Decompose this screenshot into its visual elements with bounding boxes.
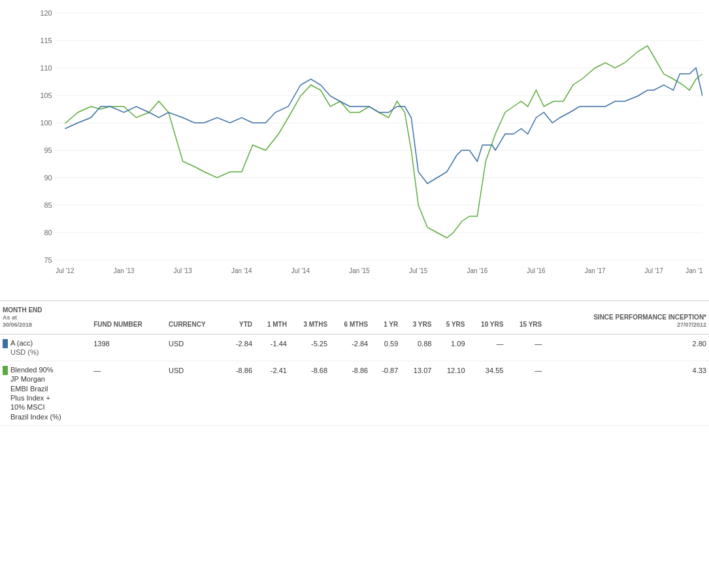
five-yrs-cell: 12.10	[434, 361, 467, 426]
svg-text:95: 95	[44, 146, 52, 154]
col-month-end: MONTH END As at 30/06/2018	[0, 301, 91, 334]
fund-number-cell: —	[91, 361, 166, 426]
svg-text:100: 100	[41, 119, 52, 127]
fifteen-yrs-cell: —	[506, 334, 544, 361]
svg-text:120: 120	[41, 9, 52, 17]
table-row: A (acc)USD (%)1398USD-2.84-1.44-5.25-2.8…	[0, 334, 709, 361]
svg-text:80: 80	[44, 229, 52, 237]
col-1mth: 1 MTH	[255, 301, 289, 334]
ten-yrs-cell: 34.55	[468, 361, 506, 426]
three-mths-cell: -5.25	[289, 334, 330, 361]
fund-name: Blended 90% JP Morgan EMBI Brazil Plus I…	[10, 365, 63, 421]
fund-name-cell: Blended 90% JP Morgan EMBI Brazil Plus I…	[0, 361, 65, 425]
col-currency: CURRENCY	[166, 301, 225, 334]
since-cell: 4.33	[544, 361, 709, 426]
three-mths-cell: -8.68	[289, 361, 330, 426]
fund-name: A (acc)USD (%)	[10, 338, 39, 357]
series-color-indicator	[3, 366, 8, 375]
performance-chart: 120 115 110 105 100 95 90 85 80 75 Jul '…	[29, 7, 702, 274]
six-mths-cell: -8.86	[330, 361, 371, 426]
col-since: SINCE PERFORMANCE INCEPTION* 27/07/2012	[544, 301, 709, 334]
chart-container: 120 115 110 105 100 95 90 85 80 75 Jul '…	[0, 0, 709, 301]
col-3mths: 3 MTHS	[289, 301, 330, 334]
three-yrs-cell: 13.07	[401, 361, 434, 426]
svg-text:Jul '13: Jul '13	[174, 267, 193, 274]
three-yrs-cell: 0.88	[401, 334, 434, 361]
currency-cell: USD	[166, 361, 225, 426]
one-mth-cell: -1.44	[255, 334, 289, 361]
one-yr-cell: 0.59	[371, 334, 401, 361]
fund-number-cell: 1398	[91, 334, 166, 361]
blue-series-line	[65, 68, 702, 184]
svg-text:Jan '16: Jan '16	[467, 267, 488, 274]
svg-text:Jan '13: Jan '13	[114, 267, 135, 274]
svg-text:105: 105	[41, 91, 52, 99]
currency-cell: USD	[166, 334, 225, 361]
col-15yrs: 15 YRS	[506, 301, 544, 334]
svg-text:Jul '14: Jul '14	[291, 267, 310, 274]
col-ytd: YTD	[225, 301, 255, 334]
one-yr-cell: -0.87	[371, 361, 401, 426]
col-5yrs: 5 YRS	[434, 301, 467, 334]
col-fund-number: FUND NUMBER	[91, 301, 166, 334]
svg-text:Jul '16: Jul '16	[527, 267, 546, 274]
col-10yrs: 10 YRS	[468, 301, 506, 334]
svg-text:Jan '14: Jan '14	[231, 267, 252, 274]
svg-text:90: 90	[44, 174, 52, 182]
six-mths-cell: -2.84	[330, 334, 371, 361]
fifteen-yrs-cell: —	[506, 361, 544, 426]
col-3yrs: 3 YRS	[401, 301, 434, 334]
ytd-cell: -2.84	[225, 334, 255, 361]
since-cell: 2.80	[544, 334, 709, 361]
table-row: Blended 90% JP Morgan EMBI Brazil Plus I…	[0, 361, 709, 426]
green-series-line	[65, 46, 702, 238]
svg-text:Jan '18: Jan '18	[685, 267, 702, 274]
svg-text:Jul '15: Jul '15	[409, 267, 428, 274]
svg-text:115: 115	[41, 37, 52, 44]
series-color-indicator	[3, 339, 8, 348]
ytd-cell: -8.86	[225, 361, 255, 426]
col-1yr: 1 YR	[371, 301, 401, 334]
svg-text:Jan '15: Jan '15	[349, 267, 370, 274]
col-6mths: 6 MTHS	[330, 301, 371, 334]
svg-text:110: 110	[41, 64, 52, 72]
svg-text:Jul '12: Jul '12	[56, 267, 74, 274]
performance-table: MONTH END As at 30/06/2018 FUND NUMBER C…	[0, 301, 709, 426]
five-yrs-cell: 1.09	[434, 334, 467, 361]
svg-text:Jul '17: Jul '17	[645, 267, 664, 274]
fund-name-cell: A (acc)USD (%)	[0, 335, 65, 361]
svg-text:85: 85	[44, 201, 52, 209]
one-mth-cell: -2.41	[255, 361, 289, 426]
ten-yrs-cell: —	[468, 334, 506, 361]
svg-text:75: 75	[44, 256, 52, 264]
svg-text:Jan '17: Jan '17	[585, 267, 606, 274]
